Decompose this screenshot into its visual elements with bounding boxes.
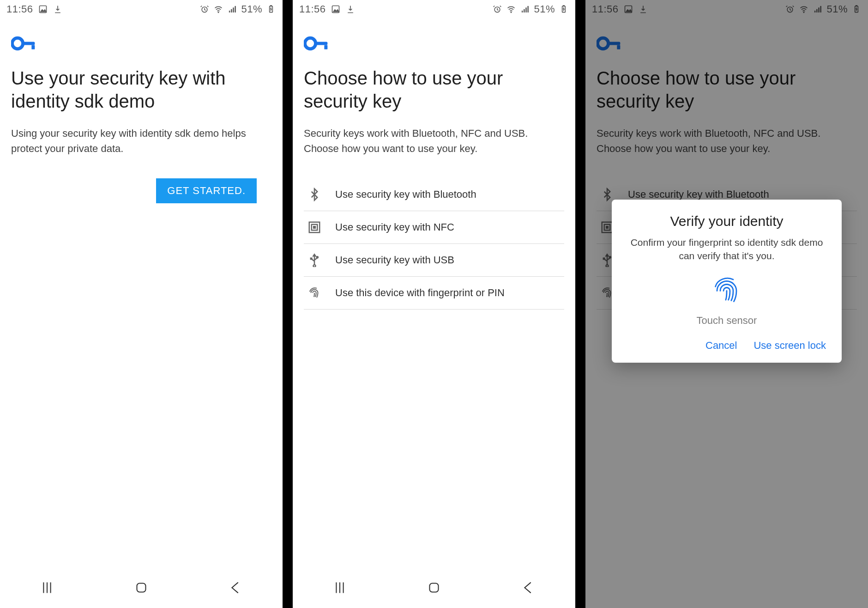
page-subhead: Using your security key with identity sd… — [11, 126, 271, 156]
svg-rect-4 — [270, 6, 271, 6]
svg-point-2 — [218, 12, 219, 13]
svg-point-5 — [12, 38, 23, 49]
signal-icon — [813, 4, 823, 14]
page-title: Choose how to use your security key — [304, 67, 564, 113]
download-icon — [638, 4, 648, 14]
battery-percent: 51% — [534, 3, 555, 15]
page-subhead: Security keys work with Bluetooth, NFC a… — [304, 126, 564, 156]
status-bar: 11:56 51% — [585, 0, 868, 18]
option-label: Use this device with fingerprint or PIN — [335, 287, 505, 299]
svg-rect-22 — [430, 584, 439, 592]
option-label: Use security key with NFC — [335, 221, 454, 233]
fingerprint-icon — [307, 285, 322, 301]
battery-charging-icon — [851, 4, 862, 14]
option-label: Use security key with Bluetooth — [335, 188, 476, 201]
home-button[interactable] — [132, 578, 151, 597]
recents-button[interactable] — [330, 578, 350, 597]
status-time: 11:56 — [299, 3, 326, 15]
svg-point-20 — [316, 256, 319, 259]
status-time: 11:56 — [6, 3, 33, 15]
svg-rect-35 — [603, 258, 605, 260]
nfc-icon — [307, 219, 322, 235]
page-content: Use your security key with identity sdk … — [0, 18, 283, 203]
wifi-icon — [213, 4, 223, 14]
svg-rect-29 — [607, 42, 620, 45]
home-button[interactable] — [424, 578, 444, 597]
status-bar: 11:56 51% — [0, 0, 283, 18]
svg-rect-33 — [606, 226, 609, 229]
signal-icon — [520, 4, 530, 14]
back-button[interactable] — [226, 578, 245, 597]
battery-charging-icon — [266, 4, 276, 14]
svg-rect-26 — [855, 6, 858, 12]
svg-point-28 — [597, 38, 608, 49]
svg-rect-6 — [22, 42, 35, 45]
signal-icon — [227, 4, 237, 14]
dialog-body: Confirm your fingerprint so identity sdk… — [625, 236, 829, 263]
svg-point-24 — [788, 7, 793, 12]
svg-rect-21 — [310, 258, 312, 260]
security-key-icon — [597, 35, 857, 54]
svg-point-14 — [305, 38, 315, 49]
svg-rect-31 — [602, 222, 613, 233]
option-fingerprint[interactable]: Use this device with fingerprint or PIN — [304, 277, 564, 310]
svg-rect-13 — [563, 6, 564, 6]
svg-point-11 — [511, 12, 512, 13]
android-nav-bar — [293, 567, 575, 608]
usb-icon — [307, 252, 322, 268]
android-nav-bar — [0, 567, 283, 608]
alarm-icon — [492, 4, 502, 14]
image-icon — [623, 4, 633, 14]
phone-screen-3: 11:56 51% Choose how to use your securit… — [585, 0, 868, 608]
touch-sensor-label: Touch sensor — [625, 315, 829, 327]
download-icon — [345, 4, 356, 14]
svg-rect-15 — [314, 42, 327, 45]
recents-button[interactable] — [37, 578, 57, 597]
option-label: Use security key with Bluetooth — [628, 188, 769, 201]
back-button[interactable] — [518, 578, 538, 597]
option-label: Use security key with USB — [335, 254, 454, 266]
status-bar: 11:56 51% — [293, 0, 575, 18]
page-content: Choose how to use your security key Secu… — [293, 18, 575, 310]
option-bluetooth[interactable]: Use security key with Bluetooth — [304, 178, 564, 211]
phone-screen-1: 11:56 51% — [0, 0, 283, 608]
image-icon — [331, 4, 341, 14]
page-subhead: Security keys work with Bluetooth, NFC a… — [597, 126, 857, 156]
security-key-icon — [11, 35, 271, 54]
svg-rect-16 — [324, 45, 327, 49]
verify-identity-dialog: Verify your identity Confirm your finger… — [612, 200, 842, 363]
wifi-icon — [799, 4, 809, 14]
svg-rect-32 — [604, 225, 610, 231]
option-nfc[interactable]: Use security key with NFC — [304, 211, 564, 244]
alarm-icon — [785, 4, 795, 14]
option-usb[interactable]: Use security key with USB — [304, 244, 564, 277]
page-title: Choose how to use your security key — [597, 67, 857, 113]
dialog-actions: Cancel Use screen lock — [625, 337, 829, 353]
cancel-button[interactable]: Cancel — [705, 340, 737, 352]
use-screen-lock-button[interactable]: Use screen lock — [753, 340, 826, 352]
security-key-icon — [304, 35, 564, 54]
options-list: Use security key with Bluetooth Use secu… — [304, 178, 564, 310]
svg-rect-27 — [856, 6, 857, 6]
dialog-title: Verify your identity — [625, 213, 829, 229]
svg-rect-8 — [137, 584, 146, 592]
svg-rect-23 — [625, 6, 632, 13]
alarm-icon — [199, 4, 210, 14]
svg-point-25 — [803, 12, 804, 13]
download-icon — [53, 4, 63, 14]
phone-screen-2: 11:56 51% Choose how to use your securit… — [293, 0, 575, 608]
bluetooth-icon — [307, 187, 322, 202]
status-time: 11:56 — [592, 3, 619, 15]
svg-point-34 — [609, 256, 611, 259]
page-title: Use your security key with identity sdk … — [11, 67, 271, 113]
battery-charging-icon — [559, 4, 569, 14]
image-icon — [38, 4, 48, 14]
svg-rect-7 — [31, 45, 35, 49]
fingerprint-icon — [625, 273, 829, 307]
battery-percent: 51% — [826, 3, 848, 15]
wifi-icon — [506, 4, 516, 14]
svg-rect-30 — [617, 45, 620, 49]
svg-rect-19 — [313, 226, 316, 229]
battery-percent: 51% — [241, 3, 262, 15]
get-started-button[interactable]: GET STARTED. — [156, 178, 257, 203]
